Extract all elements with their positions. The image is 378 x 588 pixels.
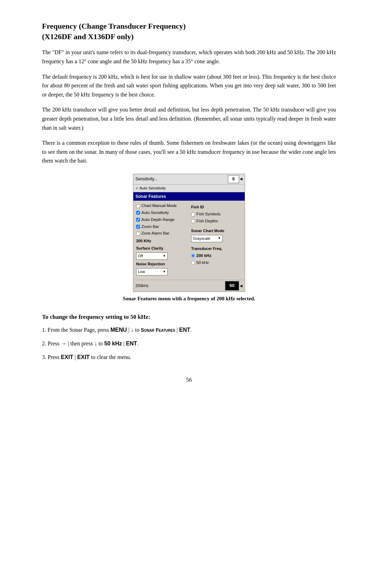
dropdown-arrow-noise: ▼: [163, 270, 166, 274]
menu-left-col: Chart Manual Mode Auto Sensitivity Auto …: [136, 203, 187, 275]
step2-50khz-key: 50 kHz: [104, 340, 122, 346]
chart-manual-mode-checkbox[interactable]: [136, 204, 140, 208]
zone-alarm-bar-item: Zone Alarm Bar: [136, 230, 187, 237]
noise-rejection-label: Noise Rejection: [136, 261, 187, 267]
hz-200-label: 200 KHz: [136, 238, 187, 244]
fish-depths-item: Fish Depths: [191, 218, 242, 224]
paragraph-2: The default frequency is 200 kHz, which …: [42, 72, 336, 99]
chart-manual-mode-label: Chart Manual Mode: [141, 203, 177, 209]
step3-exit2-key: EXIT: [77, 354, 90, 360]
transducer-freq-group: 200 kHz 50 kHz: [191, 253, 242, 266]
dropdown-arrow-surface: ▼: [163, 254, 166, 259]
freq-200-item: 200 kHz: [191, 253, 242, 259]
auto-depth-range-item: Auto Depth Range: [136, 217, 187, 223]
fish-id-label: Fish ID: [191, 204, 242, 210]
section-title: Frequency (Change Transducer Frequency) …: [42, 21, 336, 42]
menu-body: Chart Manual Mode Auto Sensitivity Auto …: [133, 201, 245, 280]
auto-sensitivity-item-label: Auto Sensitivity: [141, 210, 169, 216]
scroll-indicator: ◀: [240, 176, 243, 182]
fish-depths-label: Fish Depths: [196, 218, 218, 224]
freq-50-radio[interactable]: [191, 261, 195, 265]
auto-sensitivity-row: ✓ Auto Sensitivity: [133, 185, 245, 192]
fish-symbols-label: Fish Symbols: [196, 211, 220, 217]
paragraph-1: The "DF" in your unit's name refers to i…: [42, 48, 336, 66]
freq-200-radio[interactable]: [191, 254, 195, 258]
auto-sensitivity-item: Auto Sensitivity: [136, 210, 187, 216]
paragraph-3: The 200 kHz transducer will give you bet…: [42, 105, 336, 132]
sensitivity-label: Sensitivity...: [135, 176, 158, 182]
paragraph-4: There is a common exception to these rul…: [42, 138, 336, 165]
footer-value: 60: [225, 281, 239, 290]
zoom-bar-checkbox[interactable]: [136, 225, 140, 229]
sensitivity-bar: Sensitivity... 0 ◀: [133, 174, 245, 185]
zone-alarm-bar-label: Zone Alarm Bar: [141, 230, 169, 237]
page-number: 56: [42, 376, 336, 385]
freq-200-label: 200 kHz: [196, 253, 211, 259]
fish-symbols-item: Fish Symbols: [191, 211, 242, 217]
step1-sonar-features: Sonar Features: [141, 327, 175, 333]
sonar-features-header: Sonar Features: [133, 192, 245, 201]
noise-rejection-dropdown[interactable]: Low ▼: [136, 268, 168, 275]
transducer-freq-label: Transducer Freq.: [191, 246, 242, 252]
freq-50-label: 50 kHz: [196, 260, 209, 266]
dropdown-arrow-chart-mode: ▼: [218, 236, 221, 241]
menu-caption: Sonar Features menu with a frequency of …: [123, 295, 255, 303]
step1-ent-key: ENT: [179, 327, 190, 333]
noise-rejection-value: Low: [138, 269, 145, 275]
step1-menu-key: MENU: [111, 327, 127, 333]
footer-label: 200kHz: [135, 283, 148, 289]
step3-exit1-key: EXIT: [61, 354, 74, 360]
auto-depth-range-label: Auto Depth Range: [141, 217, 175, 223]
surface-clarity-label: Surface Clarity: [136, 245, 187, 251]
step-3: 3. Press EXIT | EXIT to clear the menu.: [42, 353, 336, 362]
auto-sensitivity-checkbox[interactable]: [136, 211, 140, 215]
sonar-chart-mode-label: Sonar Chart Mode: [191, 228, 242, 234]
menu-main-row: Chart Manual Mode Auto Sensitivity Auto …: [136, 203, 242, 275]
menu-screenshot: Sensitivity... 0 ◀ ✓ Auto Sensitivity So…: [133, 174, 245, 292]
sonar-chart-mode-dropdown[interactable]: Grayscale ▼: [191, 235, 223, 242]
step2-ent-key: ENT: [126, 340, 137, 346]
footer-scroll-icon: ◀: [240, 283, 243, 289]
menu-screenshot-container: Sensitivity... 0 ◀ ✓ Auto Sensitivity So…: [42, 174, 336, 310]
freq-50-item: 50 kHz: [191, 260, 242, 266]
fish-symbols-checkbox[interactable]: [191, 213, 195, 216]
step-1: 1. From the Sonar Page, press MENU | ↓ t…: [42, 326, 336, 335]
steps-title: To change the frequency setting to 50 kH…: [42, 313, 336, 322]
chart-manual-mode-item: Chart Manual Mode: [136, 203, 187, 209]
menu-footer: 200kHz 60 ◀: [133, 280, 245, 291]
step-2: 2. Press → | then press ↓ to 50 kHz | EN…: [42, 339, 336, 348]
sonar-chart-mode-value: Grayscale: [193, 236, 210, 242]
sensitivity-value: 0: [228, 175, 239, 183]
surface-clarity-dropdown[interactable]: Off ▼: [136, 252, 168, 260]
zoom-bar-label: Zoom Bar: [141, 224, 159, 230]
surface-clarity-value: Off: [138, 253, 143, 259]
menu-right-col: Fish ID Fish Symbols Fish Depths Sonar C…: [191, 203, 242, 266]
zoom-bar-item: Zoom Bar: [136, 224, 187, 230]
auto-depth-range-checkbox[interactable]: [136, 218, 140, 222]
zone-alarm-bar-checkbox[interactable]: [136, 232, 140, 236]
fish-depths-checkbox[interactable]: [191, 219, 195, 223]
auto-sensitivity-label: ✓ Auto Sensitivity: [135, 185, 166, 191]
